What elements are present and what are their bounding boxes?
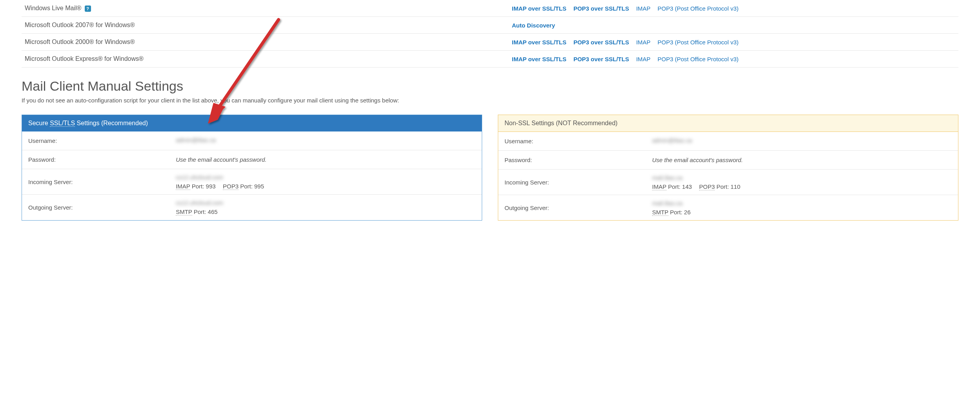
protocol-link[interactable]: IMAP over SSL/TLS (512, 5, 567, 12)
ssl-password-label: Password: (28, 156, 176, 163)
nonssl-smtp-port: Port: 26 (669, 209, 691, 215)
nonssl-smtp-abbr: SMTP (652, 209, 668, 216)
nonssl-incoming-host: mail.ilias.ca (652, 174, 683, 181)
nonssl-imap-abbr: IMAP (652, 183, 666, 190)
protocol-link[interactable]: Auto Discovery (512, 22, 555, 29)
ssl-incoming-row: Incoming Server: cs12.uhcloud.com IMAP P… (22, 169, 482, 195)
nonssl-outgoing-row: Outgoing Server: mail.ilias.ca SMTP Port… (498, 195, 958, 220)
nonssl-username-row: Username: admin@ilias.ca (498, 132, 958, 151)
help-icon[interactable]: ? (85, 5, 91, 12)
ssl-panel-header: Secure SSL/TLS Settings (Recommended) (22, 115, 482, 131)
client-links: Auto Discovery (509, 17, 958, 34)
nonssl-outgoing-ports: SMTP Port: 26 (652, 209, 952, 215)
ssl-incoming-label: Incoming Server: (28, 179, 176, 185)
nonssl-imap-port: Port: 143 (667, 183, 692, 190)
ssl-username-row: Username: admin@ilias.ca (22, 131, 482, 150)
ssl-title-suffix: Settings (Recommended) (75, 120, 148, 126)
ssl-smtp-port: Port: 465 (192, 208, 218, 215)
ssl-incoming-ports: IMAP Port: 993 POP3 Port: 995 (176, 183, 475, 190)
client-links: IMAP over SSL/TLSPOP3 over SSL/TLSIMAPPO… (509, 34, 958, 51)
ssl-imap-port: Port: 993 (190, 183, 216, 190)
ssl-outgoing-label: Outgoing Server: (28, 204, 176, 211)
ssl-username-value: admin@ilias.ca (176, 137, 216, 143)
protocol-link[interactable]: POP3 (Post Office Protocol v3) (658, 56, 738, 62)
ssl-pop3-port: Port: 995 (239, 183, 264, 190)
protocol-link[interactable]: IMAP (636, 56, 650, 62)
protocol-link[interactable]: POP3 over SSL/TLS (574, 39, 629, 46)
client-row: Microsoft Outlook Express® for Windows®I… (22, 51, 958, 68)
protocol-link[interactable]: POP3 over SSL/TLS (574, 56, 629, 62)
manual-settings-desc: If you do not see an auto-configuration … (22, 97, 958, 104)
nonssl-password-value: Use the email account's password. (652, 157, 743, 163)
ssl-outgoing-row: Outgoing Server: cs12.uhcloud.com SMTP P… (22, 195, 482, 220)
nonssl-incoming-label: Incoming Server: (505, 179, 652, 186)
nonssl-incoming-ports: IMAP Port: 143 POP3 Port: 110 (652, 183, 952, 190)
ssl-username-label: Username: (28, 137, 176, 144)
ssl-title-prefix: Secure (28, 120, 50, 126)
nonssl-username-value: admin@ilias.ca (652, 137, 692, 144)
nonssl-pop3-port: Port: 110 (715, 183, 740, 190)
protocol-link[interactable]: POP3 (Post Office Protocol v3) (658, 5, 738, 12)
protocol-link[interactable]: IMAP (636, 5, 650, 12)
client-name: Microsoft Outlook 2007® for Windows® (22, 17, 509, 34)
protocol-link[interactable]: IMAP over SSL/TLS (512, 39, 567, 46)
nonssl-password-row: Password: Use the email account's passwo… (498, 151, 958, 170)
protocol-link[interactable]: IMAP over SSL/TLS (512, 56, 567, 62)
client-name: Windows Live Mail® ? (22, 0, 509, 17)
ssl-password-value: Use the email account's password. (176, 156, 266, 163)
client-links: IMAP over SSL/TLSPOP3 over SSL/TLSIMAPPO… (509, 51, 958, 68)
client-links: IMAP over SSL/TLSPOP3 over SSL/TLSIMAPPO… (509, 0, 958, 17)
nonssl-incoming-row: Incoming Server: mail.ilias.ca IMAP Port… (498, 170, 958, 195)
ssl-outgoing-ports: SMTP Port: 465 (176, 208, 475, 215)
ssl-imap-abbr: IMAP (176, 183, 190, 190)
ssl-smtp-abbr: SMTP (176, 208, 192, 215)
ssl-incoming-host: cs12.uhcloud.com (176, 174, 223, 181)
manual-settings-heading: Mail Client Manual Settings (22, 79, 958, 94)
ssl-title-abbr: SSL/TLS (50, 120, 75, 127)
nonssl-outgoing-label: Outgoing Server: (505, 204, 652, 211)
nonssl-password-label: Password: (505, 157, 652, 163)
client-row: Microsoft Outlook 2000® for Windows®IMAP… (22, 34, 958, 51)
client-name: Microsoft Outlook 2000® for Windows® (22, 34, 509, 51)
client-row: Windows Live Mail® ?IMAP over SSL/TLSPOP… (22, 0, 958, 17)
nonssl-outgoing-host: mail.ilias.ca (652, 200, 683, 206)
ssl-password-row: Password: Use the email account's passwo… (22, 150, 482, 169)
protocol-link[interactable]: POP3 (Post Office Protocol v3) (658, 39, 738, 46)
ssl-settings-panel: Secure SSL/TLS Settings (Recommended) Us… (22, 115, 482, 221)
nonssl-settings-panel: Non-SSL Settings (NOT Recommended) Usern… (498, 115, 958, 221)
ssl-pop3-abbr: POP3 (223, 183, 239, 190)
nonssl-panel-header: Non-SSL Settings (NOT Recommended) (498, 115, 958, 132)
ssl-outgoing-host: cs12.uhcloud.com (176, 199, 223, 206)
nonssl-username-label: Username: (505, 138, 652, 144)
nonssl-pop3-abbr: POP3 (699, 183, 715, 190)
client-name: Microsoft Outlook Express® for Windows® (22, 51, 509, 68)
client-row: Microsoft Outlook 2007® for Windows®Auto… (22, 17, 958, 34)
mail-client-table: Windows Live Mail® ?IMAP over SSL/TLSPOP… (22, 0, 958, 68)
protocol-link[interactable]: POP3 over SSL/TLS (574, 5, 629, 12)
protocol-link[interactable]: IMAP (636, 39, 650, 46)
